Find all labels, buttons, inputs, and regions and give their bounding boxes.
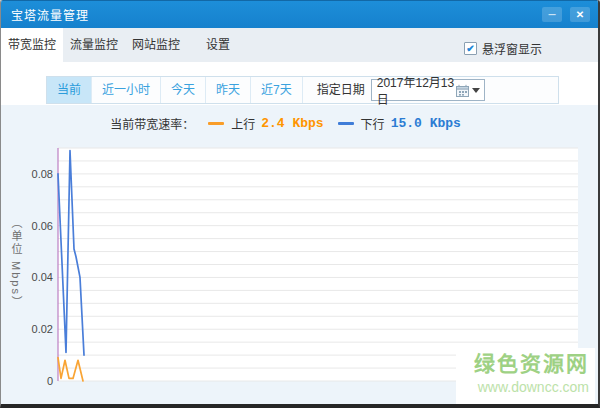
upload-label: 上行 [231, 115, 255, 132]
date-value: 2017年12月13日 [377, 73, 456, 107]
app-window: 宝塔流量管理 ─ ✕ 带宽监控 流量监控 网站监控 设置 ✔ 悬浮窗显示 当前 … [0, 0, 600, 408]
watermark-site-url: www.downcc.com [456, 377, 589, 397]
range-button-last-hour[interactable]: 近一小时 [92, 77, 161, 103]
svg-text:0.08: 0.08 [32, 168, 53, 180]
tab-bandwidth-monitor[interactable]: 带宽监控 [1, 28, 63, 62]
window-title: 宝塔流量管理 [11, 6, 89, 23]
range-button-current[interactable]: 当前 [47, 77, 92, 103]
close-button[interactable]: ✕ [570, 7, 590, 22]
svg-text:0.04: 0.04 [32, 271, 53, 283]
upload-value: 2.4 Kbps [261, 116, 323, 131]
floating-window-toggle[interactable]: ✔ 悬浮窗显示 [464, 40, 542, 57]
calendar-icon[interactable] [456, 84, 469, 97]
upload-line-swatch-icon [208, 122, 224, 125]
range-button-yesterday[interactable]: 昨天 [206, 77, 251, 103]
date-dropdown-caret-icon[interactable] [472, 88, 480, 93]
legend-title: 当前带宽速率： [110, 115, 194, 132]
range-button-last-7-days[interactable]: 近7天 [251, 77, 303, 103]
watermark: 绿色资源网 www.downcc.com [456, 348, 595, 405]
tab-settings[interactable]: 设置 [187, 28, 249, 62]
tab-traffic-monitor[interactable]: 流量监控 [63, 28, 125, 62]
svg-text:0: 0 [47, 375, 53, 387]
time-range-toolbar: 当前 近一小时 今天 昨天 近7天 指定日期 2017年12月13日 [46, 76, 559, 104]
watermark-site-name: 绿色资源网 [456, 351, 589, 377]
minimize-button[interactable]: ─ [542, 7, 562, 22]
date-picker-label: 指定日期 [317, 77, 365, 103]
download-value: 15.0 Kbps [391, 116, 461, 131]
range-button-today[interactable]: 今天 [161, 77, 206, 103]
title-bar: 宝塔流量管理 ─ ✕ [1, 0, 598, 28]
tab-website-monitor[interactable]: 网站监控 [125, 28, 187, 62]
checkbox-checked-icon[interactable]: ✔ [464, 42, 477, 55]
download-line-swatch-icon [338, 122, 354, 125]
date-picker-input[interactable]: 2017年12月13日 [371, 79, 485, 101]
svg-text:0.06: 0.06 [32, 220, 53, 232]
floating-window-label: 悬浮窗显示 [482, 40, 542, 57]
chart-pane: 当前带宽速率： 上行 2.4 Kbps 下行 15.0 Kbps （单位 Mbp… [1, 105, 598, 404]
window-controls: ─ ✕ [542, 7, 590, 22]
bandwidth-legend: 当前带宽速率： 上行 2.4 Kbps 下行 15.0 Kbps [0, 115, 584, 132]
download-label: 下行 [361, 115, 385, 132]
svg-text:0.02: 0.02 [32, 323, 53, 335]
